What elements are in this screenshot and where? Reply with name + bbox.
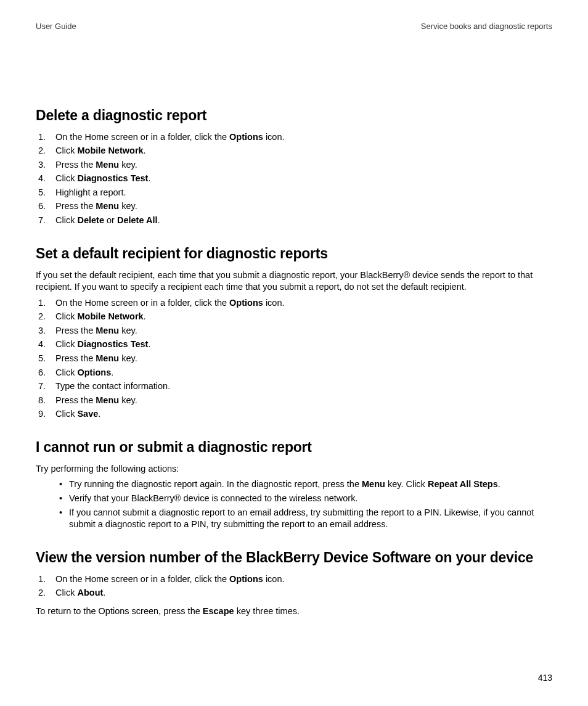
list-item: Highlight a report. [55, 187, 552, 199]
list-item: Click Options. [55, 367, 552, 379]
list-item: If you cannot submit a diagnostic report… [69, 507, 552, 531]
header-right: Service books and diagnostic reports [421, 21, 552, 32]
list-item: Click Delete or Delete All. [55, 215, 552, 227]
list-item: Press the Menu key. [55, 325, 552, 337]
list-item: Click Mobile Network. [55, 311, 552, 323]
header-left: User Guide [36, 21, 76, 32]
after-post: key three times. [234, 606, 300, 616]
list-item: Try running the diagnostic report again.… [69, 478, 552, 491]
list-recipient-steps: On the Home screen or in a folder, click… [36, 297, 552, 421]
list-item: Press the Menu key. [55, 159, 552, 171]
list-item: Press the Menu key. [55, 395, 552, 407]
heading-recipient: Set a default recipient for diagnostic r… [36, 244, 552, 263]
list-item: Click Save. [55, 408, 552, 421]
list-item: Click Diagnostics Test. [55, 173, 552, 185]
list-item: On the Home screen or in a folder, click… [55, 573, 552, 586]
cannot-intro: Try performing the following actions: [36, 463, 552, 475]
page-number: 413 [538, 672, 552, 684]
after-bold: Escape [203, 606, 234, 616]
list-item: Click Diagnostics Test. [55, 339, 552, 351]
heading-cannot: I cannot run or submit a diagnostic repo… [36, 438, 552, 457]
list-item: On the Home screen or in a folder, click… [55, 297, 552, 310]
list-cannot-bullets: Try running the diagnostic report again.… [36, 478, 552, 530]
heading-delete: Delete a diagnostic report [36, 106, 552, 125]
list-item: On the Home screen or in a folder, click… [55, 131, 552, 144]
list-item: Click About. [55, 587, 552, 599]
page-header: User Guide Service books and diagnostic … [36, 21, 552, 32]
list-item: Verify that your BlackBerry® device is c… [69, 493, 552, 505]
list-item: Press the Menu key. [55, 200, 552, 213]
after-pre: To return to the Options screen, press t… [36, 606, 203, 616]
list-item: Type the contact information. [55, 380, 552, 393]
list-item: Click Mobile Network. [55, 145, 552, 157]
list-delete-steps: On the Home screen or in a folder, click… [36, 131, 552, 227]
version-after: To return to the Options screen, press t… [36, 605, 552, 618]
recipient-intro: If you set the default recipient, each t… [36, 269, 552, 293]
list-version-steps: On the Home screen or in a folder, click… [36, 573, 552, 599]
heading-version: View the version number of the BlackBerr… [36, 548, 552, 567]
list-item: Press the Menu key. [55, 353, 552, 365]
